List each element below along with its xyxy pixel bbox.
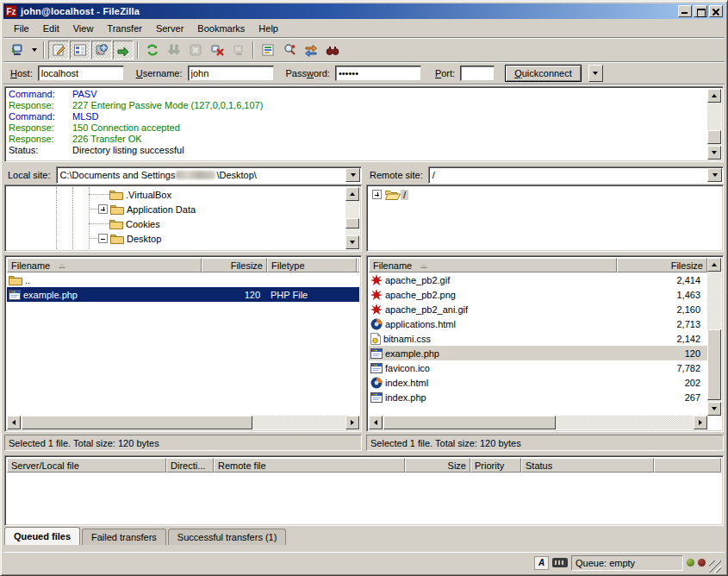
disconnect-button[interactable] (207, 41, 227, 59)
file-row[interactable]: apache_pb2.png 1,463 (369, 287, 707, 302)
scroll-left-button[interactable] (7, 416, 21, 429)
resize-grip[interactable] (709, 560, 721, 573)
column-filesize[interactable]: Filesize (617, 258, 707, 272)
collapse-minus-icon[interactable] (98, 234, 108, 243)
file-row[interactable]: favicon.ico 7,782 (369, 360, 707, 375)
image-file-icon (370, 304, 383, 316)
column-remote-file[interactable]: Remote file (214, 458, 405, 473)
local-tree-scrollbar[interactable] (345, 187, 359, 249)
scroll-thumb[interactable] (383, 416, 556, 429)
file-row[interactable]: apache_pb2_ani.gif 2,160 (369, 302, 707, 316)
column-filesize[interactable]: Filesize (202, 258, 267, 272)
file-row-parent-dir[interactable]: .. (7, 272, 359, 287)
toggle-local-tree-button[interactable] (70, 41, 90, 59)
reconnect-button[interactable] (228, 41, 249, 59)
toggle-message-log-button[interactable] (48, 41, 69, 59)
file-row[interactable]: bitnami.css 2,142 (369, 331, 707, 346)
folder-icon (9, 274, 22, 285)
column-filename[interactable]: Filename (369, 258, 617, 272)
minimize-button[interactable] (678, 5, 692, 17)
close-button[interactable] (709, 5, 723, 17)
tree-item-root[interactable]: / (369, 187, 721, 202)
scroll-down-button[interactable] (707, 402, 721, 416)
column-size[interactable]: Size (405, 458, 470, 473)
toggle-queue-button[interactable] (113, 41, 134, 59)
quickconnect-bar: Host: Username: Password: Port: Quickcon… (3, 63, 725, 84)
title-bar[interactable]: Fz john@localhost - FileZilla (3, 3, 725, 19)
menu-bookmarks[interactable]: Bookmarks (190, 22, 252, 35)
log-line: Response:226 Transfer OK (7, 134, 707, 145)
synchronized-browsing-button[interactable] (301, 41, 321, 59)
local-list-hscrollbar[interactable] (7, 416, 359, 429)
column-direction[interactable]: Directi... (166, 458, 214, 473)
quickconnect-button[interactable]: Quickconnect (505, 65, 582, 82)
menu-file[interactable]: File (7, 22, 36, 35)
arrow-up-icon (712, 263, 717, 266)
arrow-left-icon (374, 420, 377, 425)
scroll-right-button[interactable] (345, 416, 359, 429)
scroll-thumb[interactable] (707, 329, 721, 400)
quickconnect-dropdown[interactable] (588, 65, 603, 82)
expand-plus-icon[interactable] (98, 204, 108, 214)
tree-item-cookies[interactable]: Cookies (7, 216, 359, 231)
tab-successful-transfers[interactable]: Successful transfers (1) (168, 529, 287, 545)
scroll-thumb[interactable] (22, 416, 252, 429)
scroll-thumb[interactable] (345, 218, 359, 229)
scroll-up-button[interactable] (345, 187, 359, 201)
process-queue-button[interactable] (164, 41, 184, 59)
site-manager-button[interactable] (7, 41, 28, 59)
site-manager-dropdown[interactable] (28, 41, 40, 59)
tree-item-desktop[interactable]: Desktop (7, 231, 359, 246)
scroll-left-button[interactable] (369, 416, 383, 429)
scroll-thumb[interactable] (707, 130, 721, 144)
tab-failed-transfers[interactable]: Failed transfers (82, 529, 166, 545)
column-filetype[interactable]: Filetype (267, 258, 357, 272)
menu-edit[interactable]: Edit (36, 22, 66, 35)
column-server-local-file[interactable]: Server/Local file (7, 458, 166, 473)
username-input[interactable] (188, 66, 274, 81)
file-row[interactable]: applications.html 2,713 (369, 316, 707, 331)
cancel-operation-button[interactable] (185, 41, 206, 59)
column-last-modified[interactable]: L (357, 258, 359, 272)
column-filename[interactable]: Filename (7, 258, 202, 272)
remote-list-vscrollbar[interactable] (707, 258, 721, 416)
file-row-example-php[interactable]: example.php 120 PHP File 1 (7, 287, 359, 302)
file-row[interactable]: index.php 267 (369, 390, 707, 404)
tree-item-virtualbox[interactable]: .VirtualBox (7, 187, 359, 202)
refresh-button[interactable] (142, 41, 163, 59)
scroll-down-button[interactable] (707, 146, 721, 160)
file-row-selected[interactable]: example.php 120 (369, 346, 707, 360)
remote-site-combo[interactable]: / (428, 166, 724, 184)
maximize-button[interactable] (694, 5, 707, 17)
scroll-down-button[interactable] (345, 235, 359, 249)
file-row[interactable]: apache_pb2.gif 2,414 (369, 272, 707, 287)
file-row[interactable]: index.html 202 (369, 375, 707, 390)
directory-filters-button[interactable] (258, 41, 278, 59)
find-files-button[interactable] (322, 41, 343, 59)
disconnect-icon (210, 43, 224, 57)
folder-icon (110, 203, 124, 215)
password-input[interactable] (335, 66, 421, 81)
tree-item-application-data[interactable]: Application Data (7, 202, 359, 216)
scroll-up-button[interactable] (707, 258, 721, 272)
host-input[interactable] (38, 66, 124, 81)
expand-plus-icon[interactable] (372, 190, 382, 199)
column-status[interactable]: Status (521, 458, 654, 473)
toggle-remote-tree-button[interactable] (91, 41, 112, 59)
column-priority[interactable]: Priority (470, 458, 521, 473)
local-treeview-icon (73, 43, 87, 57)
scroll-up-button[interactable] (707, 89, 721, 103)
menu-view[interactable]: View (66, 22, 101, 35)
menu-server[interactable]: Server (149, 22, 190, 35)
menu-transfer[interactable]: Transfer (100, 22, 149, 35)
tab-queued-files[interactable]: Queued files (4, 527, 80, 545)
local-site-dropdown[interactable] (345, 168, 360, 182)
scroll-right-button[interactable] (694, 416, 707, 429)
directory-comparison-button[interactable] (279, 41, 300, 59)
port-input[interactable] (460, 66, 495, 81)
local-site-combo[interactable]: C:\Documents and Settings\Desktop\ (56, 166, 362, 184)
log-scrollbar[interactable] (707, 89, 721, 160)
menu-help[interactable]: Help (252, 22, 285, 35)
remote-site-dropdown[interactable] (707, 168, 722, 182)
remote-list-hscrollbar[interactable] (369, 416, 707, 429)
